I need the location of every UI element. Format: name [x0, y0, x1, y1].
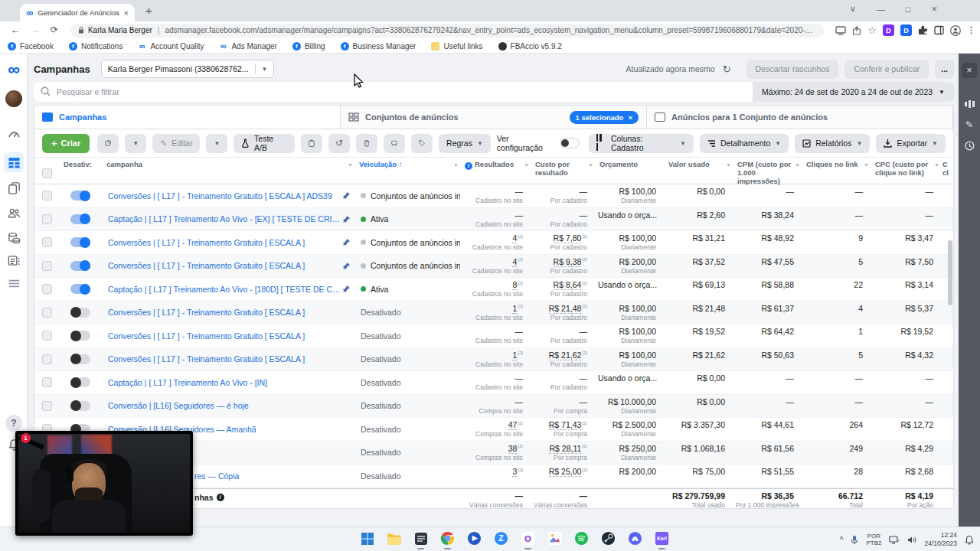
taskbar-app-opera[interactable]: O — [519, 530, 537, 547]
billboard-button[interactable] — [384, 134, 405, 153]
campaign-toggle[interactable] — [70, 191, 90, 201]
create-button[interactable]: +Criar — [42, 134, 90, 153]
campaign-toggle[interactable] — [70, 237, 90, 247]
row-checkbox[interactable] — [42, 354, 52, 364]
side-panel-icon[interactable] — [934, 25, 944, 35]
row-checkbox[interactable] — [42, 284, 52, 294]
clock[interactable]: 12:2424/10/2023 — [924, 531, 957, 547]
bookmark-item[interactable]: ∞Account Quality — [138, 42, 204, 51]
sort-caret-icon[interactable]: ▼ — [588, 162, 593, 168]
edit-pencil-icon[interactable]: ✎ — [962, 117, 977, 132]
refresh-icon[interactable]: ↻ — [723, 64, 731, 75]
sort-caret-icon[interactable]: ▼ — [348, 162, 353, 168]
review-publish-button[interactable]: Conferir e publicar — [844, 60, 929, 79]
col-delivery[interactable]: Veiculação ↑▼ — [354, 158, 460, 186]
row-checkbox[interactable] — [42, 401, 52, 411]
col-link-clicks[interactable]: Cliques no link▼ — [802, 158, 871, 186]
col-cpm[interactable]: CPM (custo por 1.000 impressões)▼ — [733, 158, 802, 186]
tab-ads[interactable]: Anúncios para 1 Conjunto de anúncios — [647, 106, 953, 129]
select-all-checkbox[interactable] — [42, 168, 52, 178]
sort-caret-icon[interactable]: ▼ — [795, 162, 800, 168]
taskbar-app-windows[interactable] — [358, 530, 376, 547]
language-indicator[interactable]: PORPTB2 — [866, 533, 881, 546]
campaign-toggle[interactable] — [70, 377, 90, 387]
microphone-icon[interactable] — [851, 535, 858, 545]
taskbar-app-steam[interactable] — [599, 530, 617, 547]
duplicate-dropdown[interactable]: ▼ — [125, 134, 146, 153]
col-results[interactable]: iResultados▼ — [460, 158, 531, 186]
discard-drafts-button[interactable]: Descartar rascunhos — [746, 60, 839, 79]
sidebar-item-overview[interactable] — [4, 124, 24, 144]
date-range-selector[interactable]: Máximo: 24 de set de 2020 a 24 de out de… — [753, 82, 954, 102]
sidebar-item-pages[interactable] — [4, 178, 24, 198]
browser-menu-icon[interactable]: ⋮ — [967, 25, 975, 35]
tab-adsets[interactable]: Conjuntos de anúncios 1 selecionado × — [341, 106, 647, 129]
sidebar-item-ads-reporting[interactable] — [4, 250, 24, 270]
export-button[interactable]: Exportar▼ — [876, 134, 946, 153]
taskbar-app-photos[interactable] — [546, 530, 564, 547]
send-to-device-icon[interactable] — [835, 26, 846, 35]
duplicate-button[interactable] — [97, 134, 119, 153]
minimize-icon[interactable]: — — [877, 5, 885, 14]
browser-tab[interactable]: ∞ Gerenciador de Anúncios - Ger... × — [20, 4, 135, 21]
history-clock-icon[interactable] — [962, 138, 977, 153]
sort-caret-icon[interactable]: ▼ — [453, 162, 459, 168]
new-tab-button[interactable]: + — [145, 4, 152, 17]
bookmark-item[interactable]: fBilling — [292, 42, 325, 51]
campaign-name-link[interactable]: res — Cópia — [194, 471, 239, 481]
col-cpc[interactable]: CPC (custo por clique no link)▼ — [871, 158, 941, 186]
panel-close-icon[interactable]: × — [962, 63, 977, 78]
speaker-icon[interactable] — [907, 536, 916, 544]
campaign-toggle[interactable] — [70, 401, 90, 411]
campaign-name-link[interactable]: Conversões | [ L17 ] - Treinamento Gratu… — [108, 354, 305, 364]
campaign-toggle[interactable] — [70, 354, 90, 364]
clipboard-button[interactable] — [301, 134, 322, 153]
extension-d-purple-icon[interactable]: D — [883, 24, 894, 36]
campaign-name-link[interactable]: Conversões | [ L17 ] - Treinamento Gratu… — [108, 308, 305, 317]
bookmark-item[interactable]: fFacebook — [8, 42, 54, 51]
taskbar-app-obs[interactable] — [466, 530, 483, 547]
maximize-icon[interactable]: □ — [906, 5, 911, 14]
taskbar-app-zoom[interactable]: Z — [492, 530, 510, 547]
sidebar-item-audiences[interactable] — [4, 203, 24, 223]
tab-close-icon[interactable]: × — [124, 8, 129, 18]
campaign-name-link[interactable]: Conversões | [ L17 ] - Treinamento Gratu… — [108, 191, 332, 201]
notification-bell-icon[interactable] — [965, 535, 974, 545]
clear-selection-icon[interactable]: × — [628, 113, 632, 122]
taskbar-app-chrome[interactable] — [439, 530, 456, 547]
browser-profile-avatar[interactable] — [950, 25, 961, 36]
row-checkbox[interactable] — [42, 377, 52, 387]
campaign-toggle[interactable] — [70, 261, 90, 271]
col-budget[interactable]: Orçamento — [595, 158, 664, 186]
taskbar-app-karl[interactable]: Karl — [653, 530, 671, 547]
campaign-toggle[interactable] — [70, 284, 90, 294]
bookmark-item[interactable]: fBusiness Manager — [341, 42, 416, 51]
sidebar-item-campaigns[interactable] — [4, 152, 24, 172]
sort-caret-icon[interactable]: ▼ — [524, 162, 529, 168]
rules-button[interactable]: Regras▼ — [439, 134, 491, 153]
bookmark-item[interactable]: Useful links — [431, 42, 482, 51]
share-icon[interactable] — [852, 26, 861, 35]
charts-icon[interactable] — [962, 96, 977, 112]
sidebar-item-billing[interactable] — [4, 227, 24, 247]
edit-dropdown[interactable]: ▼ — [206, 134, 227, 153]
campaign-name-link[interactable]: Conversões | [ L17 ] - Treinamento Gratu… — [108, 331, 305, 341]
col-campaign[interactable]: campanha▼ — [102, 158, 354, 186]
campaign-toggle[interactable] — [70, 331, 90, 341]
delete-button[interactable] — [356, 134, 377, 153]
campaign-toggle[interactable] — [70, 214, 90, 224]
sidebar-item-all-tools[interactable] — [4, 273, 24, 293]
ab-test-button[interactable]: Teste A/B — [234, 134, 295, 153]
forward-icon[interactable]: → — [31, 24, 40, 35]
campaign-name-link[interactable]: Captação | [ L17 ] Treinamento Ao Vivo -… — [108, 285, 341, 294]
campaign-name-link[interactable]: Conversão | [L16] Seguidores — é hoje — [108, 401, 249, 410]
extensions-puzzle-icon[interactable] — [918, 25, 928, 35]
sort-caret-icon[interactable]: ▼ — [726, 162, 731, 168]
campaign-name-link[interactable]: Conversões | [ L17 ] - Treinamento Gratu… — [108, 261, 305, 270]
reports-button[interactable]: Relatórios▼ — [795, 134, 870, 153]
row-checkbox[interactable] — [42, 237, 52, 247]
tab-search-icon[interactable]: ∨ — [850, 4, 856, 14]
sidebar-avatar[interactable] — [4, 89, 24, 109]
bookmark-item[interactable]: FBAccio v5.9.2 — [498, 42, 562, 51]
tag-button[interactable] — [411, 134, 433, 153]
